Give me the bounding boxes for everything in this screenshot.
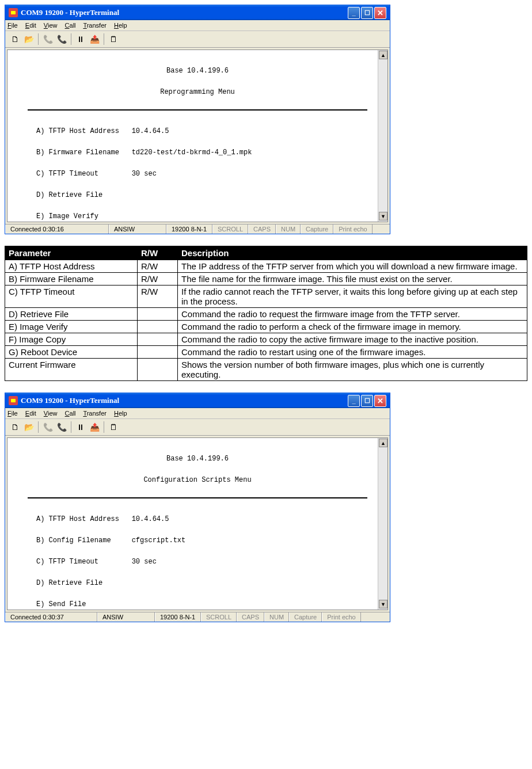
window-title: COM9 19200 - HyperTerminal — [21, 8, 348, 17]
call2-button[interactable]: 📞 — [55, 33, 68, 45]
scroll-up-icon[interactable]: ▲ — [379, 439, 387, 447]
disconnect-button[interactable]: ⏸ — [74, 33, 87, 45]
open-button[interactable]: 📂 — [22, 421, 35, 433]
menu-item-a: A) TFTP Host Address 10.4.64.5 — [36, 126, 376, 137]
close-button[interactable]: ✕ — [374, 7, 386, 19]
table-row: F) Image CopyCommand the radio to copy t… — [5, 333, 527, 346]
status-caps: CAPS — [237, 612, 264, 622]
menu-file[interactable]: File — [7, 22, 18, 29]
scrollbar[interactable]: ▲ ▼ — [378, 50, 387, 222]
terminal-content: Base 10.4.199.6 Reprogramming Menu A) TF… — [7, 50, 387, 222]
send-button[interactable]: 📤 — [88, 33, 101, 45]
menu-item-a: A) TFTP Host Address 10.4.64.5 — [36, 514, 376, 525]
terminal-content: Base 10.4.199.6 Configuration Scripts Me… — [7, 438, 387, 610]
window-buttons: _ ☐ ✕ — [348, 7, 386, 19]
status-num: NUM — [276, 224, 301, 234]
scroll-down-icon[interactable]: ▼ — [379, 212, 387, 220]
separator — [38, 33, 39, 45]
properties-button[interactable]: 🗒 — [107, 421, 120, 433]
menu-item-d: D) Retrieve File — [36, 190, 376, 201]
properties-button[interactable]: 🗒 — [107, 33, 120, 45]
separator — [104, 33, 104, 45]
terminal-header-line2: Configuration Scripts Menu — [19, 475, 376, 486]
status-connected: Connected 0:30:16 — [5, 224, 109, 234]
maximize-button[interactable]: ☐ — [361, 7, 373, 19]
call2-button[interactable]: 📞 — [55, 421, 68, 433]
call-button[interactable]: 📞 — [41, 421, 54, 433]
open-button[interactable]: 📂 — [22, 33, 35, 45]
menu-item-c: C) TFTP Timeout 30 sec — [36, 169, 376, 180]
menu-edit[interactable]: Edit — [25, 410, 36, 417]
menu-help[interactable]: Help — [114, 22, 127, 29]
table-row: B) Firmware FilenameR/WThe file name for… — [5, 273, 527, 285]
table-row: Current FirmwareShows the version number… — [5, 359, 527, 381]
table-header-row: Parameter R/W Description — [5, 246, 527, 260]
status-capture: Capture — [289, 612, 322, 622]
new-button[interactable]: 🗋 — [9, 33, 21, 45]
menu-help[interactable]: Help — [114, 410, 127, 417]
status-scroll: SCROLL — [201, 612, 237, 622]
menu-transfer[interactable]: Transfer — [83, 22, 107, 29]
menu-item-e: E) Send File — [36, 599, 376, 610]
status-num: NUM — [264, 612, 289, 622]
statusbar: Connected 0:30:37 ANSIW 19200 8-N-1 SCRO… — [5, 612, 390, 622]
send-button[interactable]: 📤 — [88, 421, 101, 433]
status-print-echo: Print echo — [333, 224, 373, 234]
disconnect-button[interactable]: ⏸ — [74, 421, 87, 433]
status-port-settings: 19200 8-N-1 — [166, 224, 212, 234]
hyperterminal-window-1: COM9 19200 - HyperTerminal _ ☐ ✕ File Ed… — [5, 5, 390, 234]
status-port-settings: 19200 8-N-1 — [155, 612, 201, 622]
menu-item-d: D) Retrieve File — [36, 578, 376, 589]
menu-item-c: C) TFTP Timeout 30 sec — [36, 557, 376, 568]
table-row: C) TFTP TimeoutR/WIf the radio cannot re… — [5, 285, 527, 308]
close-button[interactable]: ✕ — [374, 395, 386, 407]
new-button[interactable]: 🗋 — [9, 421, 21, 433]
call-button[interactable]: 📞 — [41, 33, 54, 45]
hyperterminal-window-2: COM9 19200 - HyperTerminal _ ☐ ✕ File Ed… — [5, 393, 390, 622]
menu-call[interactable]: Call — [65, 410, 76, 417]
status-terminal-type: ANSIW — [97, 612, 155, 622]
app-icon — [9, 8, 18, 17]
separator — [38, 421, 39, 433]
menu-item-b: B) Firmware Filename td220-test/td-bkrmd… — [36, 147, 376, 158]
menu-call[interactable]: Call — [65, 22, 76, 29]
minimize-button[interactable]: _ — [348, 7, 360, 19]
table-row: D) Retrieve FileCommand the radio to req… — [5, 308, 527, 321]
terminal-header-line1: Base 10.4.199.6 — [19, 454, 376, 465]
terminal-header-line1: Base 10.4.199.6 — [19, 66, 376, 77]
scrollbar[interactable]: ▲ ▼ — [378, 438, 387, 610]
statusbar: Connected 0:30:16 ANSIW 19200 8-N-1 SCRO… — [5, 224, 390, 234]
app-icon — [9, 396, 18, 405]
col-header-parameter: Parameter — [5, 246, 138, 260]
toolbar: 🗋 📂 📞 📞 ⏸ 📤 🗒 — [5, 419, 390, 436]
menubar: File Edit View Call Transfer Help — [5, 20, 390, 31]
separator — [71, 421, 71, 433]
menu-transfer[interactable]: Transfer — [83, 410, 107, 417]
titlebar[interactable]: COM9 19200 - HyperTerminal _ ☐ ✕ — [5, 5, 390, 20]
terminal-pane[interactable]: Base 10.4.199.6 Reprogramming Menu A) TF… — [7, 50, 388, 222]
separator — [104, 421, 104, 433]
terminal-header-line2: Reprogramming Menu — [19, 87, 376, 98]
col-header-rw: R/W — [138, 246, 178, 260]
titlebar[interactable]: COM9 19200 - HyperTerminal _ ☐ ✕ — [5, 393, 390, 408]
col-header-description: Description — [178, 246, 527, 260]
menu-file[interactable]: File — [7, 410, 18, 417]
scroll-up-icon[interactable]: ▲ — [379, 51, 387, 59]
minimize-button[interactable]: _ — [348, 395, 360, 407]
menu-item-b: B) Config Filename cfgscript.txt — [36, 535, 376, 546]
terminal-divider — [28, 109, 367, 111]
menubar: File Edit View Call Transfer Help — [5, 408, 390, 419]
status-scroll: SCROLL — [212, 224, 248, 234]
menu-view[interactable]: View — [44, 410, 58, 417]
terminal-pane[interactable]: Base 10.4.199.6 Configuration Scripts Me… — [7, 437, 388, 610]
window-buttons: _ ☐ ✕ — [348, 395, 386, 407]
toolbar: 🗋 📂 📞 📞 ⏸ 📤 🗒 — [5, 31, 390, 48]
window-title: COM9 19200 - HyperTerminal — [21, 396, 348, 405]
maximize-button[interactable]: ☐ — [361, 395, 373, 407]
status-caps: CAPS — [248, 224, 276, 234]
scroll-down-icon[interactable]: ▼ — [379, 600, 387, 608]
menu-view[interactable]: View — [44, 22, 58, 29]
table-row: G) Reboot DeviceCommand the radio to res… — [5, 346, 527, 359]
table-row: E) Image VerifyCommand the radio to perf… — [5, 321, 527, 333]
menu-edit[interactable]: Edit — [25, 22, 36, 29]
